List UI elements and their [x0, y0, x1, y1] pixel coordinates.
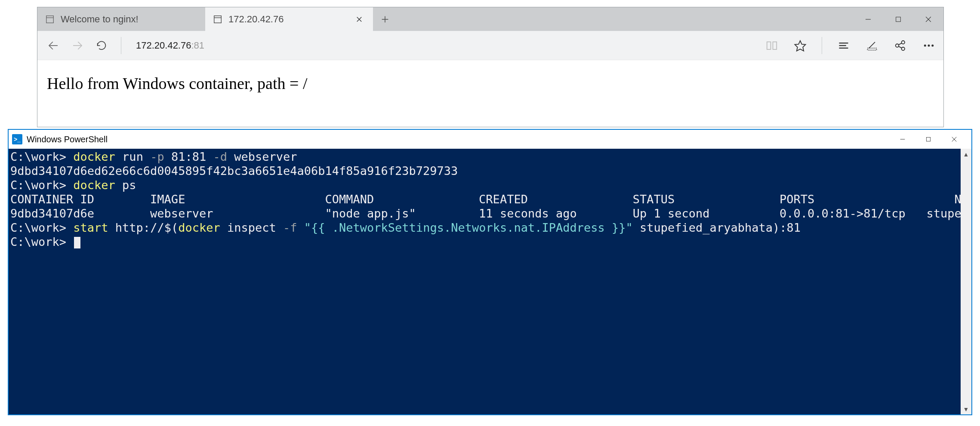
tab-page-icon — [213, 15, 222, 24]
more-icon[interactable] — [922, 39, 936, 52]
close-window-button[interactable] — [913, 7, 943, 31]
ps-token: run — [115, 150, 150, 163]
browser-toolbar: 172.20.42.76:81 — [37, 31, 943, 60]
minimize-button[interactable] — [853, 7, 883, 31]
ps-token: ps — [115, 178, 136, 192]
svg-line-23 — [899, 46, 902, 48]
new-tab-button[interactable] — [373, 7, 397, 31]
ps-token: -d — [213, 150, 227, 163]
forward-button[interactable] — [68, 36, 87, 55]
tab-strip: Welcome to nginx! 172.20.42.76 — [37, 7, 943, 31]
tab-active-ip[interactable]: 172.20.42.76 — [205, 7, 373, 31]
ps-header: CONTAINER ID IMAGE COMMAND CREATED STATU… — [10, 193, 961, 206]
powershell-icon: >_ — [12, 134, 22, 144]
scroll-down-icon[interactable]: ▼ — [961, 404, 971, 414]
ps-token: stupefied_aryabhata):81 — [633, 221, 801, 234]
tab-page-icon — [45, 15, 55, 24]
address-bar[interactable]: 172.20.42.76:81 — [131, 40, 761, 51]
close-window-button[interactable] — [941, 135, 967, 143]
scrollbar[interactable]: ▲ ▼ — [961, 149, 971, 414]
ps-prompt: C:\work> — [10, 235, 66, 248]
svg-point-21 — [902, 47, 905, 50]
svg-rect-18 — [868, 48, 877, 50]
ps-token: "{{ .NetworkSettings.Networks.nat.IPAddr… — [304, 221, 633, 234]
ps-token: http://$( — [108, 221, 179, 234]
ps-token: docker — [178, 221, 220, 234]
refresh-button[interactable] — [92, 36, 111, 55]
tab-inactive-nginx[interactable]: Welcome to nginx! — [37, 7, 205, 31]
edge-browser-window: Welcome to nginx! 172.20.42.76 — [37, 7, 944, 127]
toolbar-separator — [121, 37, 121, 54]
powershell-body: C:\work> docker run -p 81:81 -d webserve… — [9, 149, 971, 414]
page-text: Hello from Windows container, path = / — [47, 74, 308, 92]
toolbar-separator — [822, 37, 822, 54]
ps-output: 9dbd34107d6ed62e66c6d0045895f42bc3a6651e… — [10, 164, 458, 178]
powershell-title: Windows PowerShell — [27, 135, 108, 144]
powershell-console[interactable]: C:\work> docker run -p 81:81 -d webserve… — [9, 149, 961, 414]
hub-icon[interactable] — [837, 39, 851, 52]
tab-title: Welcome to nginx! — [61, 14, 197, 25]
ps-token: inspect — [220, 221, 283, 234]
reading-view-icon[interactable] — [765, 39, 779, 52]
svg-rect-2 — [214, 15, 222, 23]
ps-token: start — [73, 221, 108, 234]
page-content: Hello from Windows container, path = / — [37, 60, 943, 107]
address-port: :81 — [191, 40, 204, 51]
ps-token: 81:81 — [164, 150, 213, 163]
svg-point-26 — [931, 44, 934, 46]
ps-token: webserver — [227, 150, 297, 163]
ps-prompt: C:\work> — [10, 221, 66, 234]
svg-point-24 — [924, 44, 926, 46]
window-controls — [853, 7, 943, 31]
powershell-titlebar[interactable]: >_ Windows PowerShell — [9, 130, 971, 149]
maximize-button[interactable] — [915, 136, 941, 142]
address-host: 172.20.42.76 — [136, 40, 191, 51]
ps-token: -f — [283, 221, 297, 234]
back-button[interactable] — [43, 36, 63, 55]
powershell-window: >_ Windows PowerShell C:\work> docker ru… — [8, 129, 972, 415]
share-icon[interactable] — [894, 39, 907, 52]
ps-prompt: C:\work> — [10, 178, 66, 192]
ps-token — [297, 221, 304, 234]
close-tab-icon[interactable] — [353, 13, 365, 25]
svg-point-20 — [902, 40, 905, 44]
maximize-button[interactable] — [883, 7, 913, 31]
ps-token: docker — [73, 178, 115, 192]
svg-point-25 — [928, 44, 930, 46]
ps-row: 9dbd34107d6e webserver "node app.js" 11 … — [10, 207, 961, 220]
svg-rect-9 — [896, 17, 901, 21]
tab-title: 172.20.42.76 — [228, 14, 347, 25]
favorite-star-icon[interactable] — [793, 39, 807, 52]
ps-prompt: C:\work> — [10, 150, 66, 163]
svg-point-19 — [896, 44, 899, 47]
ps-token: -p — [150, 150, 164, 163]
scroll-up-icon[interactable]: ▲ — [961, 149, 971, 159]
notes-icon[interactable] — [865, 39, 879, 52]
svg-line-22 — [899, 43, 902, 45]
svg-rect-28 — [926, 137, 930, 141]
svg-marker-14 — [795, 40, 806, 51]
ps-token: docker — [73, 150, 115, 163]
minimize-button[interactable] — [890, 136, 915, 143]
svg-rect-0 — [46, 15, 54, 23]
toolbar-right-icons — [765, 37, 936, 54]
cursor-icon — [74, 237, 80, 248]
